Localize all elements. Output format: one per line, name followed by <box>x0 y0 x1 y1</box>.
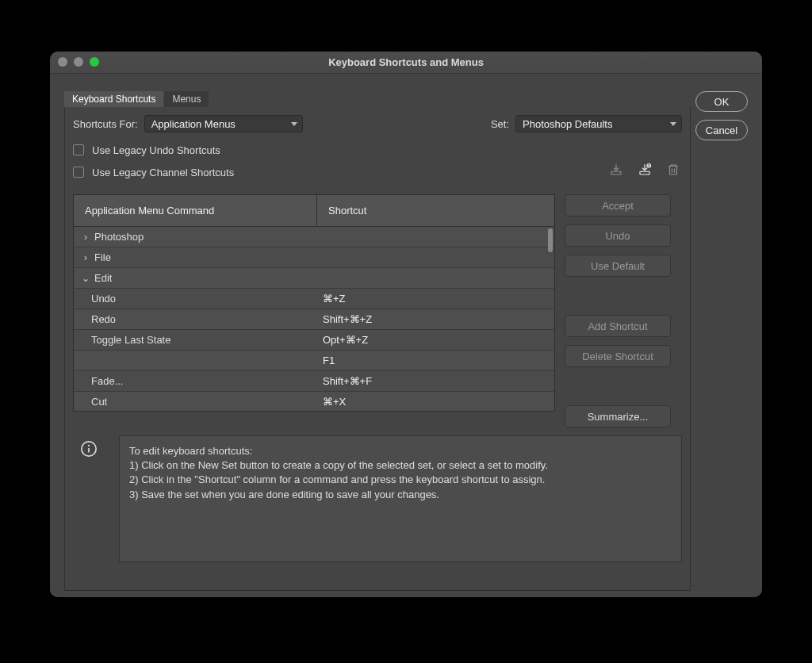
help-text: To edit keyboard shortcuts: 1) Click on … <box>119 435 682 562</box>
summarize-button[interactable]: Summarize... <box>565 405 671 427</box>
save-set-icon[interactable] <box>609 163 623 177</box>
window-title: Keyboard Shortcuts and Menus <box>50 56 762 68</box>
svg-rect-0 <box>611 171 621 174</box>
use-default-button: Use Default <box>565 255 671 277</box>
table-row[interactable]: Fade... Shift+⌘+F <box>74 371 554 392</box>
scrollbar-thumb[interactable] <box>548 228 553 252</box>
column-shortcut: Shortcut <box>316 195 554 226</box>
help-line-2: 2) Click in the "Shortcut" column for a … <box>129 473 672 487</box>
delete-set-icon[interactable] <box>666 163 680 177</box>
selector-row: Shortcuts For: Application Menus Set: Ph… <box>73 115 682 132</box>
column-command: Application Menu Command <box>74 205 316 217</box>
chevron-down-icon: ⌄ <box>77 273 94 284</box>
dialog-right-column: OK Cancel <box>695 91 748 140</box>
dialog-content: OK Cancel Keyboard Shortcuts Menus Short… <box>50 74 762 597</box>
svg-rect-3 <box>670 167 677 175</box>
table-body[interactable]: ›Photoshop ›File ⌄Edit Undo <box>73 226 555 412</box>
shortcuts-table: Application Menu Command Shortcut ›Photo… <box>73 194 555 412</box>
main-panel: Keyboard Shortcuts Menus Shortcuts For: … <box>64 91 691 591</box>
help-box: To edit keyboard shortcuts: 1) Click on … <box>73 435 682 562</box>
shortcuts-for-label: Shortcuts For: <box>73 118 138 130</box>
set-toolbar <box>609 163 680 177</box>
accept-button: Accept <box>565 194 671 217</box>
delete-shortcut-button: Delete Shortcut <box>565 345 671 367</box>
info-icon <box>73 435 105 562</box>
table-row[interactable]: F1 <box>74 351 554 371</box>
help-heading: To edit keyboard shortcuts: <box>129 444 672 458</box>
set-label: Set: <box>491 118 509 130</box>
table-row[interactable]: ›File <box>74 247 554 268</box>
tab-menus[interactable]: Menus <box>164 91 209 107</box>
table-row[interactable]: Redo Shift+⌘+Z <box>74 309 554 330</box>
tab-body: Shortcuts For: Application Menus Set: Ph… <box>64 107 691 591</box>
side-buttons: Accept Undo Use Default Add Shortcut Del… <box>565 194 671 427</box>
legacy-undo-checkbox[interactable] <box>73 144 84 155</box>
table-row[interactable]: ›Photoshop <box>74 227 554 247</box>
tab-keyboard-shortcuts[interactable]: Keyboard Shortcuts <box>64 91 163 107</box>
maximize-window-button[interactable] <box>90 57 99 67</box>
svg-rect-1 <box>640 171 649 174</box>
new-set-icon[interactable] <box>638 163 652 177</box>
table-row[interactable]: Toggle Last State Opt+⌘+Z <box>74 330 554 351</box>
titlebar: Keyboard Shortcuts and Menus <box>50 52 762 74</box>
table-row[interactable]: Cut ⌘+X <box>74 392 554 412</box>
dialog-window: Keyboard Shortcuts and Menus OK Cancel K… <box>50 52 762 597</box>
legacy-undo-label: Use Legacy Undo Shortcuts <box>92 144 220 156</box>
shortcuts-for-select[interactable]: Application Menus <box>144 115 303 132</box>
undo-button: Undo <box>565 224 671 247</box>
close-window-button[interactable] <box>58 57 67 67</box>
add-shortcut-button: Add Shortcut <box>565 315 671 337</box>
svg-point-5 <box>88 445 90 446</box>
chevron-right-icon: › <box>77 252 94 263</box>
window-controls <box>58 57 99 67</box>
minimize-window-button[interactable] <box>74 57 83 67</box>
ok-button[interactable]: OK <box>695 91 748 112</box>
chevron-right-icon: › <box>77 232 94 243</box>
tab-bar: Keyboard Shortcuts Menus <box>64 91 691 107</box>
table-row[interactable]: ⌄Edit <box>74 268 554 289</box>
help-line-3: 3) Save the set when you are done editin… <box>129 488 672 502</box>
table-row[interactable]: Undo ⌘+Z <box>74 289 554 309</box>
cancel-button[interactable]: Cancel <box>695 120 748 140</box>
legacy-channel-label: Use Legacy Channel Shortcuts <box>92 167 234 178</box>
legacy-channel-checkbox[interactable] <box>73 167 84 178</box>
table-header: Application Menu Command Shortcut <box>73 194 555 226</box>
help-line-1: 1) Click on the New Set button to create… <box>129 458 672 473</box>
set-select[interactable]: Photoshop Defaults <box>515 115 682 132</box>
